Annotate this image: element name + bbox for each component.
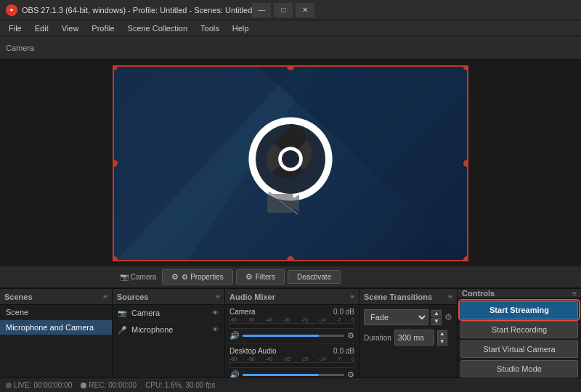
transitions-panel: Scene Transitions ≡ Fade Cut Swipe ▲ ▼ ⚙ — [359, 289, 458, 392]
audio-track-camera: Camera 0.0 dB -60-50-40-30-20-14-70 🔊 — [225, 305, 359, 344]
app-icon: ● — [6, 4, 17, 16]
live-label: LIVE: — [14, 381, 31, 389]
duration-spinner: ▲ ▼ — [437, 330, 447, 346]
start-streaming-button[interactable]: Start Streaming — [460, 301, 578, 319]
controls-panel-header: Controls ≡ — [458, 289, 581, 298]
transition-type-row: Fade Cut Swipe ▲ ▼ ⚙ — [364, 309, 452, 325]
handle-bottom-right[interactable] — [463, 256, 468, 261]
live-status: LIVE: 00:00:00:00 — [6, 381, 72, 389]
filters-button[interactable]: ⚙ Filters — [236, 269, 285, 285]
transition-type-up-button[interactable]: ▲ — [431, 310, 442, 317]
window-title: OBS 27.1.3 (64-bit, windows) - Profile: … — [22, 6, 252, 15]
sources-header-label: Sources — [117, 293, 148, 301]
filters-icon: ⚙ — [245, 272, 253, 282]
audio-panel-menu-icon[interactable]: ≡ — [350, 293, 354, 301]
desktop-track-name: Desktop Audio — [229, 347, 277, 355]
transitions-panel-menu-icon[interactable]: ≡ — [448, 293, 452, 301]
camera-visibility-button[interactable]: 👁 — [210, 308, 220, 318]
camera-track-header: Camera 0.0 dB — [229, 308, 354, 316]
scenes-header-label: Scenes — [4, 293, 33, 301]
duration-input[interactable] — [394, 330, 434, 346]
fps-label: 30.00 fps — [185, 381, 215, 389]
duration-label: Duration — [364, 334, 391, 342]
camera-off-icon — [266, 189, 301, 217]
transition-type-spinner: ▲ ▼ — [431, 310, 442, 325]
desktop-track-header: Desktop Audio 0.0 dB — [229, 347, 354, 355]
controls-header-label: Controls — [462, 289, 495, 298]
transition-type-down-button[interactable]: ▼ — [431, 318, 442, 325]
transition-duration-row: Duration ▲ ▼ — [364, 330, 452, 346]
handle-top-right[interactable] — [463, 65, 468, 70]
preview-container — [0, 60, 581, 266]
menu-item-file[interactable]: File — [3, 23, 28, 34]
properties-icon: ⚙ — [171, 272, 179, 282]
status-bar: LIVE: 00:00:00:00 REC: 00:00:00 CPU: 1.6… — [0, 377, 581, 392]
controls-panel-menu-icon[interactable]: ≡ — [572, 290, 577, 298]
handle-mid-right[interactable] — [463, 160, 468, 167]
desktop-meter — [229, 362, 354, 368]
sources-panel-menu-icon[interactable]: ≡ — [216, 293, 220, 301]
minimize-button[interactable]: — — [252, 3, 271, 17]
rec-label: REC: — [89, 381, 106, 389]
transition-type-select[interactable]: Fade Cut Swipe — [364, 309, 428, 325]
start-virtual-camera-button[interactable]: Start Virtual Camera — [460, 340, 578, 358]
source-toolbar: Camera — [0, 36, 581, 60]
source-label: 📷 Camera — [120, 273, 156, 281]
menu-item-tools[interactable]: Tools — [195, 23, 225, 34]
scenes-panel-header: Scenes ≡ — [0, 289, 112, 305]
source-toolbar-label: Camera — [6, 44, 34, 52]
source-item-camera[interactable]: 📷 Camera 👁 — [113, 305, 224, 322]
camera-source-label: Camera — [131, 309, 206, 317]
desktop-volume-fill — [243, 374, 319, 376]
duration-up-button[interactable]: ▲ — [437, 330, 447, 338]
camera-mute-button[interactable]: 🔊 — [229, 331, 240, 340]
audio-header-label: Audio Mixer — [229, 293, 275, 301]
camera-volume-fill — [243, 335, 319, 337]
camera-volume-slider[interactable] — [243, 335, 344, 337]
source-item-microphone[interactable]: 🎤 Microphone 👁 — [113, 322, 224, 338]
rec-indicator — [81, 383, 86, 388]
transitions-panel-header: Scene Transitions ≡ — [359, 289, 457, 305]
studio-mode-button[interactable]: Studio Mode — [460, 360, 578, 377]
mic-source-controls: 👁 — [210, 324, 220, 335]
rec-time: 00:00:00 — [108, 381, 137, 389]
desktop-volume-slider[interactable] — [243, 374, 344, 376]
menu-bar: FileEditViewProfileScene CollectionTools… — [0, 20, 581, 36]
mic-source-icon: 🎤 — [117, 324, 127, 335]
maximize-button[interactable]: □ — [274, 3, 293, 17]
scene-item-mic-cam[interactable]: Microphone and Camera — [0, 320, 112, 335]
duration-down-button[interactable]: ▼ — [437, 338, 447, 346]
menu-item-profile[interactable]: Profile — [86, 23, 120, 34]
scenes-panel-menu-icon[interactable]: ≡ — [103, 293, 107, 301]
mic-visibility-button[interactable]: 👁 — [210, 324, 220, 335]
window-controls: — □ ✕ — [252, 3, 314, 17]
camera-source-icon: 📷 — [117, 308, 127, 318]
camera-meter-ticks: -60-50-40-30-20-14-70 — [229, 317, 354, 322]
svg-rect-7 — [267, 194, 293, 213]
cpu-status: CPU: 1.6%, 30.00 fps — [145, 381, 215, 389]
menu-item-view[interactable]: View — [56, 23, 85, 34]
scenes-panel: Scenes ≡ Scene Microphone and Camera + −… — [0, 289, 113, 392]
menu-item-scene-collection[interactable]: Scene Collection — [122, 23, 194, 34]
close-button[interactable]: ✕ — [296, 3, 314, 17]
preview-canvas — [113, 65, 468, 261]
properties-button[interactable]: ⚙⚙ Properties — [162, 269, 232, 285]
camera-audio-controls: 🔊 ⚙ — [229, 331, 354, 340]
mic-source-label: Microphone — [131, 325, 206, 334]
start-recording-button[interactable]: Start Recording — [460, 321, 578, 338]
controls-panel: Controls ≡ Start Streaming Start Recordi… — [458, 289, 581, 392]
menu-item-edit[interactable]: Edit — [29, 23, 54, 34]
audio-panel: Audio Mixer ≡ Camera 0.0 dB -60-50-40-30… — [225, 289, 359, 392]
sources-panel-header: Sources ≡ — [113, 289, 224, 305]
desktop-track-db: 0.0 dB — [333, 347, 354, 355]
scene-item-default[interactable]: Scene — [0, 305, 112, 320]
deactivate-button[interactable]: Deactivate — [288, 270, 341, 284]
handle-bottom-mid[interactable] — [287, 256, 294, 261]
camera-track-name: Camera — [229, 308, 256, 316]
camera-audio-settings-button[interactable]: ⚙ — [347, 331, 354, 340]
sources-panel: Sources ≡ 📷 Camera 👁 🎤 Microphone 👁 — [113, 289, 225, 392]
menu-item-help[interactable]: Help — [227, 23, 255, 34]
rec-status: REC: 00:00:00 — [81, 381, 137, 389]
bottom-panels: Scenes ≡ Scene Microphone and Camera + −… — [0, 288, 581, 392]
transition-settings-button[interactable]: ⚙ — [444, 312, 452, 322]
